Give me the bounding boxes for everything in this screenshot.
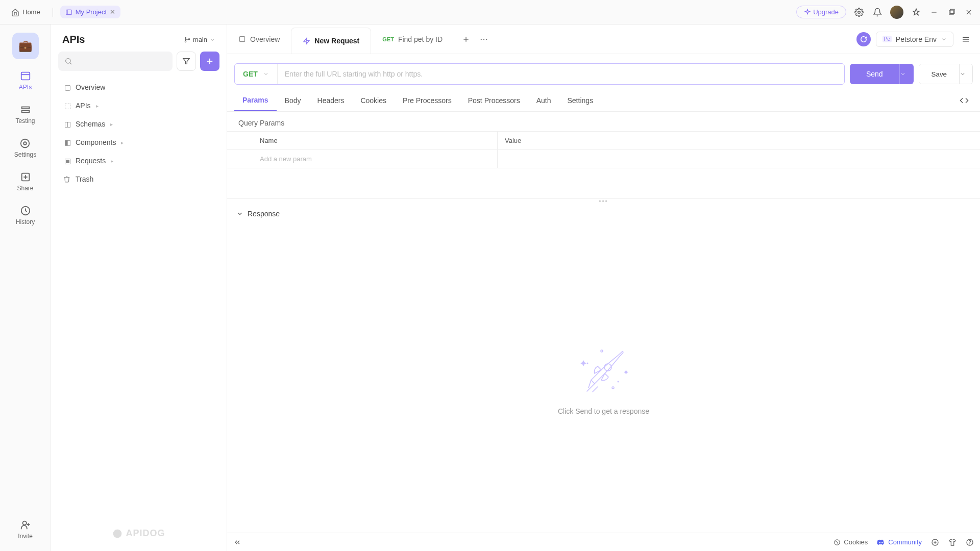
svg-point-43 [836, 541, 837, 542]
trash-icon [63, 176, 71, 183]
notifications-button[interactable] [872, 7, 883, 18]
svg-rect-10 [21, 111, 29, 113]
collapse-sidebar-button[interactable] [233, 538, 241, 546]
project-tab[interactable]: My Project ✕ [60, 6, 120, 18]
status-icon-2[interactable] [948, 538, 957, 546]
tree-trash[interactable]: Trash [57, 170, 220, 188]
tree-components-label: Components [76, 138, 116, 146]
subtab-pre-processors[interactable]: Pre Processors [395, 90, 460, 111]
rail-history[interactable]: History [14, 203, 37, 228]
left-rail: 💼 APIs Testing Settings Share [0, 24, 51, 551]
status-help[interactable] [966, 538, 974, 546]
pin-button[interactable] [911, 7, 922, 18]
settings-gear-button[interactable] [853, 7, 865, 18]
panel-menu-button[interactable] [959, 32, 973, 46]
subtab-auth[interactable]: Auth [528, 90, 559, 111]
tab-overview[interactable]: Overview [227, 24, 291, 54]
svg-point-49 [970, 544, 970, 544]
save-button[interactable]: Save [919, 64, 959, 84]
send-dropdown[interactable] [899, 64, 914, 84]
svg-point-12 [21, 139, 30, 148]
dots-icon [479, 35, 488, 44]
window-close[interactable] [964, 7, 974, 17]
tree-schemas-label: Schemas [76, 120, 105, 128]
status-community[interactable]: Community [877, 538, 922, 546]
rail-testing-label: Testing [15, 117, 35, 124]
subtab-cookies[interactable]: Cookies [352, 90, 395, 111]
params-new-row[interactable]: Add a new param [227, 150, 980, 168]
overview-tab-icon [238, 35, 246, 43]
rail-share[interactable]: Share [15, 169, 35, 194]
svg-point-38 [586, 362, 588, 364]
url-input[interactable] [278, 64, 844, 84]
maximize-icon [948, 9, 955, 16]
response-section: Response Click Send to get a response [227, 204, 980, 533]
home-button[interactable]: Home [6, 6, 45, 18]
window-maximize[interactable] [946, 7, 957, 17]
rail-testing[interactable]: Testing [13, 102, 37, 127]
subtab-headers[interactable]: Headers [309, 90, 353, 111]
status-community-label: Community [888, 538, 922, 546]
chevron-down-icon [941, 36, 947, 42]
tab-overview-label: Overview [250, 35, 280, 43]
workspace-logo[interactable]: 💼 [12, 33, 39, 59]
upgrade-button[interactable]: Upgrade [796, 6, 846, 18]
tree-schemas[interactable]: ◫ Schemas ▸ [57, 115, 220, 133]
subtab-params[interactable]: Params [234, 90, 277, 111]
status-cookies-label: Cookies [844, 538, 868, 546]
tree-overview[interactable]: ▢ Overview [57, 78, 220, 96]
subtab-post-processors[interactable]: Post Processors [460, 90, 528, 111]
svg-rect-27 [240, 37, 245, 42]
cookie-icon [834, 539, 841, 546]
components-icon: ◧ [63, 138, 71, 146]
new-tab-button[interactable] [462, 35, 470, 43]
tab-new-request[interactable]: New Request [291, 28, 371, 54]
rail-settings[interactable]: Settings [12, 136, 38, 160]
tree-apis-label: APIs [76, 102, 91, 110]
filter-button[interactable] [177, 52, 196, 71]
apis-icon [20, 70, 31, 82]
sidebar-search[interactable] [58, 52, 173, 71]
status-cookies[interactable]: Cookies [834, 538, 868, 546]
rail-apis[interactable]: APIs [17, 68, 34, 93]
chevron-down-icon [263, 71, 269, 77]
send-button[interactable]: Send [850, 64, 899, 84]
code-view-button[interactable] [955, 92, 973, 109]
tree-components[interactable]: ◧ Components ▸ [57, 133, 220, 152]
status-bar: Cookies Community [227, 533, 980, 551]
branch-selector[interactable]: main [184, 36, 215, 43]
sparkle-icon [804, 9, 811, 16]
method-selector[interactable]: GET [235, 64, 278, 84]
subtab-body[interactable]: Body [277, 90, 309, 111]
tab-more-button[interactable] [479, 35, 488, 44]
tab-find-pet-label: Find pet by ID [398, 35, 443, 43]
tab-new-request-label: New Request [314, 37, 359, 45]
svg-point-1 [858, 11, 861, 13]
response-toggle[interactable]: Response [227, 204, 980, 224]
rail-invite[interactable]: Invite [16, 517, 35, 542]
env-label: Petstore Env [896, 35, 937, 43]
add-button[interactable] [200, 52, 219, 71]
save-dropdown[interactable] [959, 64, 972, 84]
window-minimize[interactable] [929, 7, 939, 17]
param-name-placeholder[interactable]: Add a new param [253, 150, 498, 168]
environment-selector[interactable]: Pe Petstore Env [876, 32, 953, 47]
user-avatar[interactable] [890, 6, 903, 19]
close-project-icon[interactable]: ✕ [110, 8, 115, 16]
schema-icon: ◫ [63, 120, 71, 128]
agent-badge[interactable] [856, 32, 871, 46]
tree-apis[interactable]: ⬚ APIs ▸ [57, 96, 220, 115]
branch-label: main [193, 36, 207, 43]
tab-find-pet[interactable]: GET Find pet by ID [371, 24, 454, 54]
status-icon-1[interactable] [931, 538, 939, 546]
svg-point-41 [612, 387, 614, 389]
menu-icon [961, 35, 970, 44]
svg-marker-28 [304, 38, 309, 44]
tree-requests[interactable]: ▣ Requests ▸ [57, 152, 220, 170]
svg-point-19 [185, 41, 186, 42]
pin-icon [912, 8, 920, 16]
code-icon [960, 96, 969, 105]
panel-resizer[interactable]: ••• [227, 198, 980, 204]
brand-footer: APIDOG [56, 523, 222, 544]
subtab-settings[interactable]: Settings [559, 90, 601, 111]
